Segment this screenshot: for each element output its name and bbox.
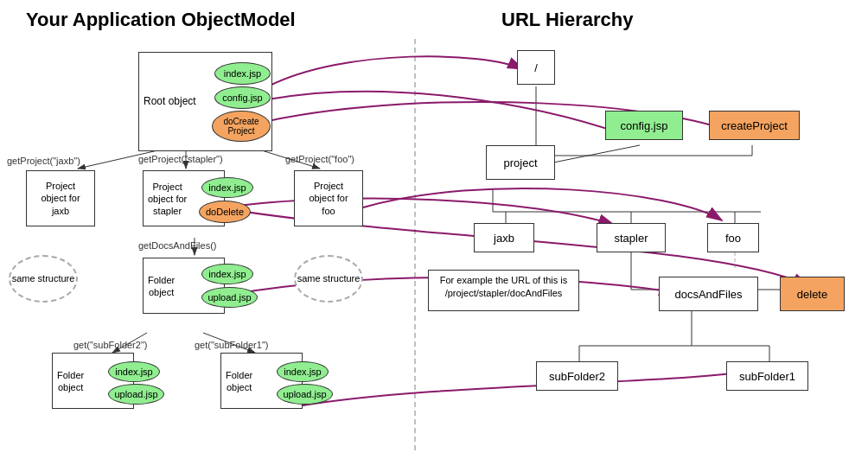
same-structure-1-label: same structure [12, 272, 75, 284]
oval-index4: index.jsp [108, 361, 160, 382]
url-delete-label: delete [797, 288, 827, 301]
url-foo-label: foo [725, 232, 741, 245]
url-createProject-label: createProject [721, 119, 788, 132]
same-structure-2: same structure [294, 255, 363, 303]
url-config-label: config.jsp [621, 119, 668, 132]
same-structure-1: same structure [9, 255, 78, 303]
oval-doDelete: doDelete [199, 201, 251, 223]
same-structure-2-label: same structure [297, 272, 361, 284]
url-subFolder1-box: subFolder1 [726, 361, 808, 391]
root-object-label: Root object [144, 95, 196, 109]
url-subFolder1-label: subFolder1 [739, 370, 795, 383]
oval-doCreate: doCreate Project [212, 111, 271, 142]
project-stapler-label: Projectobject forstapler [148, 180, 187, 217]
oval-index2: index.jsp [201, 177, 253, 198]
title-right: URL Hierarchy [501, 9, 633, 31]
url-stapler-label: stapler [614, 232, 648, 245]
url-subFolder2-label: subFolder2 [549, 370, 605, 383]
folder-object-3-label: Folderobject [226, 368, 252, 393]
url-stapler-box: stapler [597, 223, 666, 252]
oval-index1: index.jsp [214, 62, 271, 85]
project-foo-label: Projectobject forfoo [309, 180, 348, 217]
url-docsAndFiles-label: docsAndFiles [674, 288, 742, 301]
label-getProject-jaxb: getProject("jaxb") [7, 156, 80, 166]
note-text: For example the URL of this is /project/… [440, 275, 568, 298]
url-subFolder2-box: subFolder2 [536, 361, 618, 391]
label-get-subFolder2: get("subFolder2") [73, 340, 147, 350]
url-root-label: / [534, 61, 538, 74]
url-root-box: / [517, 50, 555, 85]
label-get-subFolder1: get("subFolder1") [195, 340, 268, 350]
project-jaxb-box: Projectobject forjaxb [26, 170, 95, 226]
url-project-label: project [503, 156, 537, 169]
url-docsAndFiles-box: docsAndFiles [659, 277, 758, 311]
oval-index3: index.jsp [201, 264, 253, 284]
note-box: For example the URL of this is /project/… [428, 270, 579, 311]
diagram-container: Your Application ObjectModel URL Hierarc… [0, 0, 868, 459]
url-jaxb-box: jaxb [474, 223, 534, 252]
label-getProject-foo: getProject("foo") [285, 154, 354, 164]
oval-upload2: upload.jsp [108, 384, 164, 405]
title-left: Your Application ObjectModel [26, 9, 296, 31]
project-foo-box: Projectobject forfoo [294, 170, 363, 226]
oval-upload3: upload.jsp [277, 384, 333, 405]
label-getProject-stapler: getProject("stapler") [138, 154, 223, 164]
oval-config: config.jsp [214, 86, 271, 109]
folder-object-2-label: Folderobject [57, 368, 84, 393]
project-jaxb-label: Projectobject forjaxb [41, 180, 80, 217]
url-createProject-box: createProject [709, 111, 800, 140]
url-project-box: project [486, 145, 555, 180]
oval-upload1: upload.jsp [201, 287, 258, 308]
url-jaxb-label: jaxb [494, 232, 514, 245]
folder-object-1-label: Folderobject [148, 273, 175, 298]
oval-index5: index.jsp [277, 361, 329, 382]
url-config-box: config.jsp [605, 111, 683, 140]
label-getDocsAndFiles: getDocsAndFiles() [138, 240, 216, 251]
url-foo-box: foo [707, 223, 759, 252]
url-delete-box: delete [780, 277, 845, 311]
